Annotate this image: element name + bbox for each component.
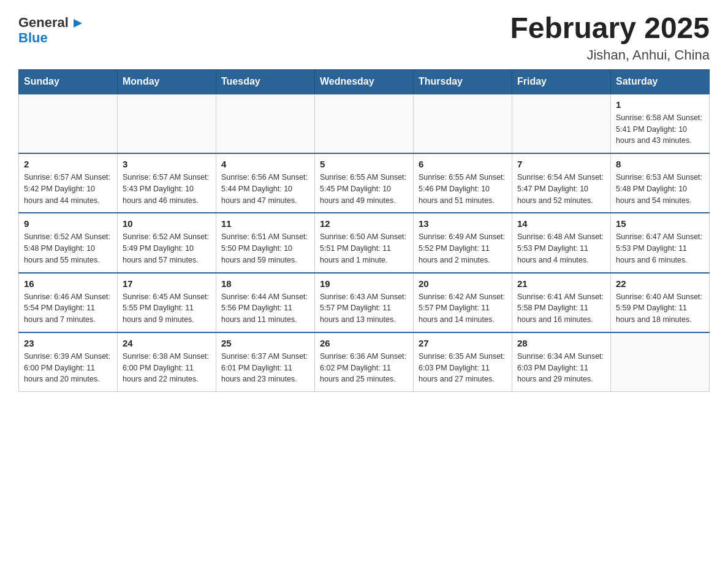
day-cell: 10Sunrise: 6:52 AM Sunset: 5:49 PM Dayli…	[118, 213, 216, 272]
day-number: 2	[24, 159, 112, 169]
day-info: Sunrise: 6:52 AM Sunset: 5:48 PM Dayligh…	[24, 231, 112, 266]
day-cell: 28Sunrise: 6:34 AM Sunset: 6:03 PM Dayli…	[512, 332, 611, 392]
day-cell: 7Sunrise: 6:54 AM Sunset: 5:47 PM Daylig…	[512, 153, 611, 213]
day-number: 13	[419, 218, 507, 229]
day-info: Sunrise: 6:41 AM Sunset: 5:58 PM Dayligh…	[517, 291, 605, 326]
day-info: Sunrise: 6:35 AM Sunset: 6:03 PM Dayligh…	[419, 351, 507, 385]
calendar-subtitle: Jishan, Anhui, China	[510, 47, 710, 63]
day-info: Sunrise: 6:57 AM Sunset: 5:43 PM Dayligh…	[123, 172, 211, 206]
day-info: Sunrise: 6:38 AM Sunset: 6:00 PM Dayligh…	[123, 351, 211, 385]
day-number: 10	[123, 218, 211, 229]
day-info: Sunrise: 6:39 AM Sunset: 6:00 PM Dayligh…	[24, 351, 112, 385]
day-number: 3	[123, 159, 211, 169]
day-cell	[512, 94, 611, 153]
day-info: Sunrise: 6:49 AM Sunset: 5:52 PM Dayligh…	[419, 231, 507, 266]
day-cell: 8Sunrise: 6:53 AM Sunset: 5:48 PM Daylig…	[611, 153, 710, 213]
day-number: 11	[221, 218, 309, 229]
week-row-4: 16Sunrise: 6:46 AM Sunset: 5:54 PM Dayli…	[19, 273, 710, 332]
day-cell: 27Sunrise: 6:35 AM Sunset: 6:03 PM Dayli…	[414, 332, 512, 392]
day-info: Sunrise: 6:42 AM Sunset: 5:57 PM Dayligh…	[419, 291, 507, 326]
day-cell	[414, 94, 512, 153]
day-cell: 5Sunrise: 6:55 AM Sunset: 5:45 PM Daylig…	[315, 153, 414, 213]
day-info: Sunrise: 6:44 AM Sunset: 5:56 PM Dayligh…	[221, 291, 309, 326]
week-row-2: 2Sunrise: 6:57 AM Sunset: 5:42 PM Daylig…	[19, 153, 710, 213]
day-cell: 24Sunrise: 6:38 AM Sunset: 6:00 PM Dayli…	[118, 332, 216, 392]
header-wednesday: Wednesday	[315, 69, 414, 94]
day-number: 9	[24, 218, 112, 229]
calendar-table: Sunday Monday Tuesday Wednesday Thursday…	[18, 69, 710, 392]
day-cell: 11Sunrise: 6:51 AM Sunset: 5:50 PM Dayli…	[216, 213, 315, 272]
day-info: Sunrise: 6:50 AM Sunset: 5:51 PM Dayligh…	[320, 231, 408, 266]
page-header: General Blue February 2025 Jishan, Anhui…	[18, 12, 710, 63]
day-info: Sunrise: 6:55 AM Sunset: 5:45 PM Dayligh…	[320, 172, 408, 206]
day-number: 14	[517, 218, 605, 229]
day-info: Sunrise: 6:58 AM Sunset: 5:41 PM Dayligh…	[616, 112, 704, 147]
day-cell: 17Sunrise: 6:45 AM Sunset: 5:55 PM Dayli…	[118, 273, 216, 332]
day-cell: 18Sunrise: 6:44 AM Sunset: 5:56 PM Dayli…	[216, 273, 315, 332]
day-cell: 15Sunrise: 6:47 AM Sunset: 5:53 PM Dayli…	[611, 213, 710, 272]
day-info: Sunrise: 6:48 AM Sunset: 5:53 PM Dayligh…	[517, 231, 605, 266]
day-cell: 16Sunrise: 6:46 AM Sunset: 5:54 PM Dayli…	[19, 273, 118, 332]
svg-marker-0	[74, 19, 82, 28]
day-info: Sunrise: 6:51 AM Sunset: 5:50 PM Dayligh…	[221, 231, 309, 266]
day-cell: 23Sunrise: 6:39 AM Sunset: 6:00 PM Dayli…	[19, 332, 118, 392]
day-info: Sunrise: 6:52 AM Sunset: 5:49 PM Dayligh…	[123, 231, 211, 266]
day-cell: 22Sunrise: 6:40 AM Sunset: 5:59 PM Dayli…	[611, 273, 710, 332]
day-cell	[611, 332, 710, 392]
day-number: 7	[517, 159, 605, 169]
day-cell	[19, 94, 118, 153]
day-info: Sunrise: 6:57 AM Sunset: 5:42 PM Dayligh…	[24, 172, 112, 206]
day-number: 26	[320, 338, 408, 348]
day-info: Sunrise: 6:40 AM Sunset: 5:59 PM Dayligh…	[616, 291, 704, 326]
day-cell: 4Sunrise: 6:56 AM Sunset: 5:44 PM Daylig…	[216, 153, 315, 213]
day-info: Sunrise: 6:45 AM Sunset: 5:55 PM Dayligh…	[123, 291, 211, 326]
day-number: 20	[419, 278, 507, 289]
day-info: Sunrise: 6:54 AM Sunset: 5:47 PM Dayligh…	[517, 172, 605, 206]
day-cell: 20Sunrise: 6:42 AM Sunset: 5:57 PM Dayli…	[414, 273, 512, 332]
header-thursday: Thursday	[414, 69, 512, 94]
day-number: 21	[517, 278, 605, 289]
week-row-3: 9Sunrise: 6:52 AM Sunset: 5:48 PM Daylig…	[19, 213, 710, 272]
header-sunday: Sunday	[19, 69, 118, 94]
day-number: 17	[123, 278, 211, 289]
title-area: February 2025 Jishan, Anhui, China	[510, 12, 710, 63]
weekday-header-row: Sunday Monday Tuesday Wednesday Thursday…	[19, 69, 710, 94]
logo-blue-text: Blue	[18, 31, 48, 45]
day-number: 19	[320, 278, 408, 289]
day-cell: 12Sunrise: 6:50 AM Sunset: 5:51 PM Dayli…	[315, 213, 414, 272]
header-friday: Friday	[512, 69, 611, 94]
day-cell: 3Sunrise: 6:57 AM Sunset: 5:43 PM Daylig…	[118, 153, 216, 213]
day-number: 23	[24, 338, 112, 348]
day-number: 24	[123, 338, 211, 348]
logo-general-text: General	[18, 16, 69, 29]
day-info: Sunrise: 6:56 AM Sunset: 5:44 PM Dayligh…	[221, 172, 309, 206]
header-monday: Monday	[118, 69, 216, 94]
day-number: 15	[616, 218, 704, 229]
day-info: Sunrise: 6:36 AM Sunset: 6:02 PM Dayligh…	[320, 351, 408, 385]
week-row-5: 23Sunrise: 6:39 AM Sunset: 6:00 PM Dayli…	[19, 332, 710, 392]
day-info: Sunrise: 6:46 AM Sunset: 5:54 PM Dayligh…	[24, 291, 112, 326]
day-info: Sunrise: 6:47 AM Sunset: 5:53 PM Dayligh…	[616, 231, 704, 266]
day-number: 4	[221, 159, 309, 169]
day-info: Sunrise: 6:53 AM Sunset: 5:48 PM Dayligh…	[616, 172, 704, 206]
logo-arrow-icon	[70, 17, 83, 30]
day-info: Sunrise: 6:34 AM Sunset: 6:03 PM Dayligh…	[517, 351, 605, 385]
day-number: 22	[616, 278, 704, 289]
day-cell: 26Sunrise: 6:36 AM Sunset: 6:02 PM Dayli…	[315, 332, 414, 392]
day-number: 18	[221, 278, 309, 289]
day-cell: 25Sunrise: 6:37 AM Sunset: 6:01 PM Dayli…	[216, 332, 315, 392]
week-row-1: 1Sunrise: 6:58 AM Sunset: 5:41 PM Daylig…	[19, 94, 710, 153]
day-number: 27	[419, 338, 507, 348]
day-cell: 21Sunrise: 6:41 AM Sunset: 5:58 PM Dayli…	[512, 273, 611, 332]
day-cell	[315, 94, 414, 153]
day-cell: 1Sunrise: 6:58 AM Sunset: 5:41 PM Daylig…	[611, 94, 710, 153]
day-info: Sunrise: 6:37 AM Sunset: 6:01 PM Dayligh…	[221, 351, 309, 385]
logo: General Blue	[18, 12, 83, 45]
day-number: 6	[419, 159, 507, 169]
day-cell: 9Sunrise: 6:52 AM Sunset: 5:48 PM Daylig…	[19, 213, 118, 272]
day-info: Sunrise: 6:43 AM Sunset: 5:57 PM Dayligh…	[320, 291, 408, 326]
header-saturday: Saturday	[611, 69, 710, 94]
day-number: 16	[24, 278, 112, 289]
day-info: Sunrise: 6:55 AM Sunset: 5:46 PM Dayligh…	[419, 172, 507, 206]
day-cell	[216, 94, 315, 153]
